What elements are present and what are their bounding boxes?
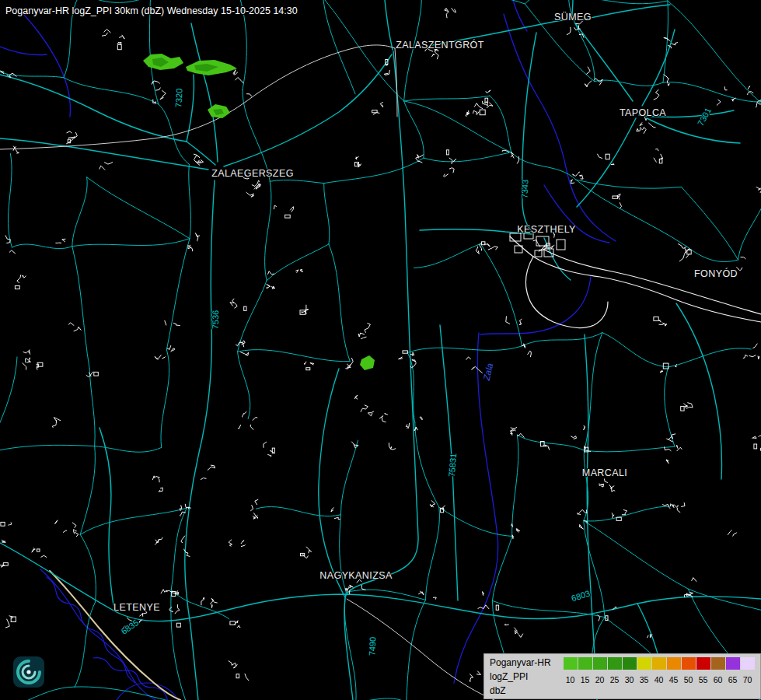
legend-step: 20 — [592, 657, 607, 684]
legend-value: 30 — [625, 675, 634, 684]
legend-value: 45 — [669, 675, 679, 684]
spiral-icon — [12, 656, 45, 688]
legend-title-product: logZ_PPI — [490, 671, 557, 682]
radar-map-canvas — [0, 0, 761, 700]
radar-echo — [360, 355, 375, 370]
legend-value: 70 — [743, 675, 752, 684]
legend-value: 55 — [699, 675, 708, 684]
product-title: Poganyvar-HR logZ_PPI 30km (dbZ) Wednesd… — [5, 5, 298, 16]
radar-spiral-logo — [12, 656, 45, 688]
legend-step: 45 — [666, 657, 681, 684]
legend-swatch — [711, 657, 725, 670]
legend-step: 50 — [681, 657, 696, 684]
legend-swatch — [726, 657, 740, 670]
legend-swatch — [564, 657, 578, 670]
radar-image: Poganyvar-HR logZ_PPI 30km (dbZ) Wednesd… — [0, 0, 761, 700]
legend-title-radar: Poganyvar-HR — [490, 657, 557, 668]
legend-swatch — [682, 657, 696, 670]
legend-color-scale: 10152025303540455055606570 — [563, 657, 755, 696]
legend-title-block: Poganyvar-HR logZ_PPI dbZ — [490, 657, 557, 696]
legend-step: 40 — [651, 657, 666, 684]
legend: Poganyvar-HR logZ_PPI dbZ 10152025303540… — [483, 653, 761, 699]
rivers-layer — [0, 0, 616, 700]
legend-swatch — [667, 657, 681, 670]
legend-step: 15 — [578, 657, 592, 684]
legend-value: 25 — [610, 675, 620, 684]
legend-value: 60 — [714, 675, 723, 684]
legend-value: 10 — [566, 675, 575, 684]
legend-value: 20 — [595, 675, 605, 684]
legend-value: 40 — [655, 675, 664, 684]
legend-swatch — [593, 657, 607, 670]
legend-value: 65 — [728, 675, 738, 684]
legend-swatch — [741, 657, 755, 670]
legend-step: 35 — [637, 657, 651, 684]
legend-swatch — [696, 657, 710, 670]
railways-layer — [0, 45, 494, 700]
legend-step: 55 — [696, 657, 710, 684]
legend-swatch — [608, 657, 622, 670]
legend-title-unit: dbZ — [490, 685, 557, 696]
legend-value: 50 — [684, 675, 693, 684]
legend-swatch — [652, 657, 666, 670]
legend-step: 60 — [710, 657, 725, 684]
legend-swatch — [578, 657, 592, 670]
legend-swatch — [623, 657, 637, 670]
legend-step: 30 — [622, 657, 637, 684]
legend-step: 25 — [607, 657, 622, 684]
legend-step: 10 — [563, 657, 578, 684]
legend-value: 15 — [581, 675, 590, 684]
legend-value: 35 — [640, 675, 649, 684]
roads-layer — [0, 0, 761, 700]
legend-step: 65 — [725, 657, 740, 684]
legend-swatch — [637, 657, 651, 670]
border-layer — [50, 571, 180, 700]
echoes-layer — [143, 54, 375, 370]
legend-step: 70 — [740, 657, 755, 684]
settlements-layer — [0, 9, 761, 684]
